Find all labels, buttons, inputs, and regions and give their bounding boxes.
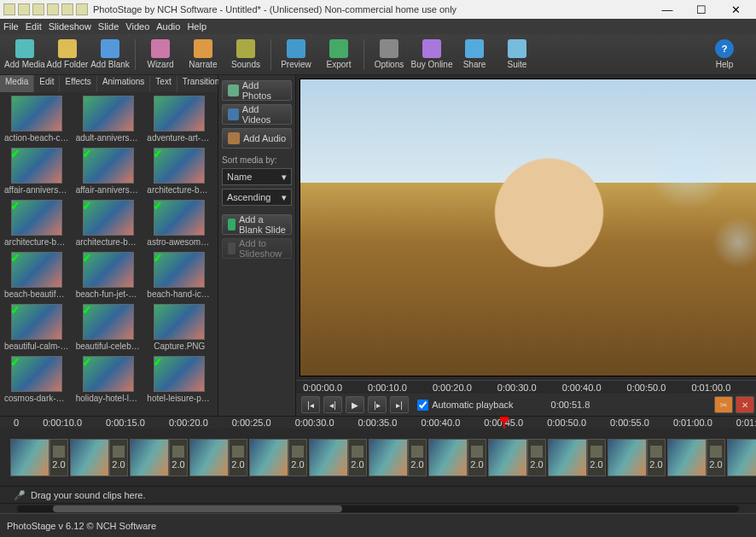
export-button[interactable]: Export [317,36,360,73]
media-thumb[interactable]: hotel-leisure-palm-... [146,356,212,403]
transition[interactable]: 2.0 [707,439,725,476]
menu-edit[interactable]: Edit [26,21,42,32]
suite-button[interactable]: Suite [496,36,538,73]
media-thumb[interactable]: beautiful-celebrati... [75,304,142,351]
wizard-button[interactable]: Wizard [139,36,182,73]
preview-ruler[interactable]: 0:00:00.00:00:10.00:00:20.00:00:30.00:00… [296,380,756,394]
timeline-scrollbar[interactable] [0,503,756,513]
close-button[interactable]: ✕ [718,0,753,19]
tab-edit[interactable]: Edit [34,75,60,92]
cut-button[interactable]: ✂ [714,396,733,413]
narrate-button[interactable]: Narrate [182,36,224,73]
timeline-clip[interactable]: 2.05.0 secs [488,430,546,484]
prev-frame-button[interactable]: ◂| [323,396,342,413]
menu-slideshow[interactable]: Slideshow [49,21,91,32]
buy-online-button[interactable]: Buy Online [410,36,453,73]
share-button[interactable]: Share [453,36,496,73]
add-videos-button[interactable]: Add Videos [222,104,292,125]
media-thumb[interactable]: cosmos-dark-eveni... [3,356,70,403]
transition[interactable]: 2.0 [229,439,247,476]
media-thumb[interactable]: Capture.PNG [146,304,212,351]
sounds-button[interactable]: Sounds [224,36,267,73]
media-thumb[interactable]: action-beach-care... [3,96,70,143]
tab-effects[interactable]: Effects [60,75,96,92]
qa-icon[interactable] [76,3,88,15]
play-button[interactable]: ▶ [346,396,364,413]
transition[interactable]: 2.0 [109,439,128,476]
scroll-handle[interactable] [53,505,341,512]
transition[interactable]: 2.0 [408,439,427,476]
media-thumb[interactable]: architecture-ballo... [146,148,212,195]
timeline-clip[interactable]: 2.05.0 secs [548,430,606,484]
add-blank-slide-button[interactable]: Add a Blank Slide [222,214,292,235]
media-thumb[interactable]: beautiful-calm-clo... [3,304,70,351]
menu-slide[interactable]: Slide [98,21,119,32]
qa-icon[interactable] [32,3,44,15]
media-thumb[interactable]: affair-anniversary-... [75,148,142,195]
add-to-slideshow-button[interactable]: Add to Slideshow [222,238,292,259]
media-thumb[interactable]: adult-anniversary... [75,96,142,143]
media-thumb[interactable]: adventure-art-ball... [146,96,212,143]
add-media-button[interactable]: Add Media [3,36,46,73]
media-thumb[interactable]: architecture-barg... [3,200,70,247]
transition[interactable]: 2.0 [647,439,666,476]
media-thumb[interactable]: holiday-hotel-las-v... [75,356,142,403]
preview-button[interactable]: Preview [275,36,317,73]
timeline-ruler[interactable]: 00:00:10.00:00:15.00:00:20.00:00:25.00:0… [0,417,756,429]
media-thumb[interactable]: astro-awesome-bl... [146,200,212,247]
tab-text[interactable]: Text [150,75,177,92]
tab-animations[interactable]: Animations [97,75,150,92]
timeline-clip[interactable]: 2.05.0 secs [608,430,666,484]
options-button[interactable]: Options [368,36,410,73]
audio-track[interactable]: 🎤 Drag your sound clips here. [0,486,756,503]
menu-file[interactable]: File [3,21,19,32]
qa-icon[interactable] [61,3,73,15]
media-thumb[interactable]: beach-fun-jet-ski-... [75,252,142,299]
timeline-clip[interactable]: 2.05.0 secs [369,430,427,484]
qa-icon[interactable] [47,3,59,15]
menu-help[interactable]: Help [187,21,206,32]
transition[interactable]: 2.0 [468,439,486,476]
sort-field-select[interactable]: Name▾ [222,168,292,185]
timeline-clip[interactable]: 2.05.0 secs [249,430,307,484]
add-blank-button[interactable]: Add Blank [89,36,131,73]
add-audio-button[interactable]: Add Audio [222,128,292,149]
help-button[interactable]: ?Help [703,36,746,73]
media-thumb[interactable]: beach-hand-ice-cr... [146,252,212,299]
qa-icon[interactable] [18,3,30,15]
timeline-clip[interactable]: 2.05.0 secs [667,430,725,484]
qa-icon[interactable] [3,3,15,15]
media-thumb[interactable]: affair-anniversary... [3,148,70,195]
media-thumb[interactable]: architecture-buildi... [75,200,142,247]
media-thumb[interactable]: beach-beautiful-bi... [3,252,70,299]
add-photos-button[interactable]: Add Photos [222,80,292,101]
menu-audio[interactable]: Audio [156,21,180,32]
timeline-clips[interactable]: 2.05.0 secs2.05.0 secs2.05.0 secs2.05.0 … [0,429,756,486]
delete-button[interactable]: ✕ [736,396,754,413]
minimize-button[interactable]: — [650,0,684,19]
auto-playback-checkbox[interactable]: Automatic playback [417,400,513,411]
timeline-clip[interactable]: 2.05.0 secs [130,430,188,484]
transition[interactable]: 2.0 [288,439,307,476]
timeline-clip[interactable]: 2.05.0 secs [727,430,756,484]
transition[interactable]: 2.0 [348,439,367,476]
timeline-clip[interactable]: 2.05.0 secs [189,430,247,484]
maximize-button[interactable]: ☐ [684,0,718,19]
plus-icon [228,219,236,231]
sort-order-select[interactable]: Ascending▾ [222,189,292,206]
timeline-clip[interactable]: 2.05.0 secs [309,430,367,484]
transition[interactable]: 2.0 [169,439,188,476]
tab-media[interactable]: Media [0,75,34,92]
transition[interactable]: 2.0 [49,439,68,476]
transition[interactable]: 2.0 [587,439,606,476]
transition[interactable]: 2.0 [527,439,546,476]
timeline-clip[interactable]: 2.05.0 secs [10,430,68,484]
menu-video[interactable]: Video [125,21,149,32]
playhead[interactable] [503,417,505,429]
next-frame-button[interactable]: |▸ [368,396,387,413]
goto-start-button[interactable]: |◂ [301,396,320,413]
add-folder-button[interactable]: Add Folder [46,36,89,73]
goto-end-button[interactable]: ▸| [390,396,409,413]
timeline-clip[interactable]: 2.05.0 secs [428,430,486,484]
timeline-clip[interactable]: 2.05.0 secs [70,430,128,484]
